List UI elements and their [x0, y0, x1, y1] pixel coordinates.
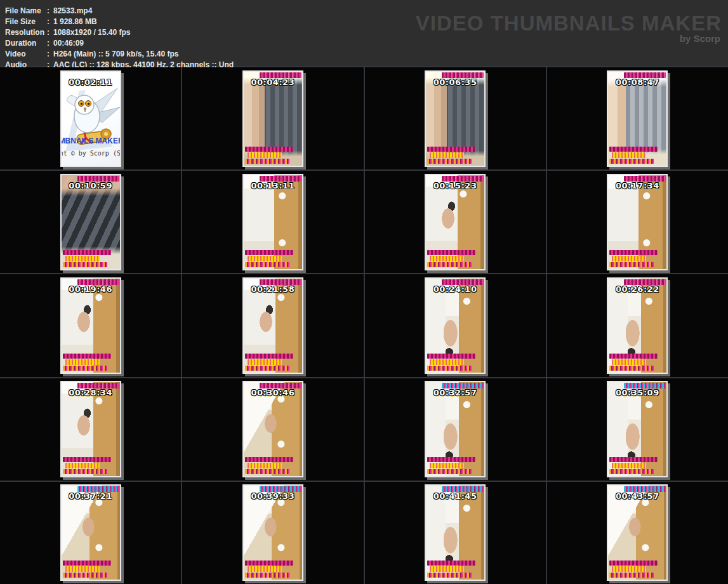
timestamp-overlay: 00:30:46 [244, 388, 302, 397]
timestamp-overlay: 00:35:09 [608, 388, 666, 397]
watermark-line [245, 250, 293, 255]
watermark-block-bottom [427, 456, 475, 474]
thumbnail-cell: MBNAILS MAKER 8 ht © by Scorp (SU 00:02:… [0, 67, 181, 169]
watermark-url-bar [612, 152, 646, 158]
video-thumbnail: 00:30:46 [242, 381, 303, 477]
separator: : [47, 17, 53, 27]
watermark-line [245, 262, 289, 267]
watermark-url-bar [65, 256, 100, 262]
thumbnail-cell: 00:35:09 [547, 378, 728, 481]
watermark-block-bottom [63, 560, 111, 578]
app-title: VIDEO THUMBNAILS MAKER [416, 13, 722, 34]
watermark-line [63, 366, 107, 371]
watermark-line [427, 262, 472, 267]
file-name-row: File Name:82533.mp4 [5, 5, 234, 16]
thumbnail-cell: 00:17:34 [547, 171, 728, 273]
watermark-block-bottom [609, 249, 658, 267]
watermark-url-bar [612, 256, 646, 262]
duration-value: 00:46:09 [53, 39, 84, 48]
separator: : [47, 6, 53, 16]
watermark-line [609, 159, 654, 164]
watermark-block-bottom [63, 249, 111, 267]
watermark-block-bottom [609, 353, 658, 371]
watermark-line [609, 366, 654, 371]
timestamp-overlay: 00:39:33 [244, 491, 302, 501]
video-thumbnail: 00:24:10 [425, 277, 486, 374]
video-codec-label: Video [5, 49, 47, 59]
timestamp-overlay: 00:17:34 [608, 181, 666, 190]
video-thumbnail: 00:08:47 [607, 70, 668, 167]
thumbnail-cell: 00:41:45 [365, 482, 546, 584]
timestamp-overlay: 00:41:45 [426, 491, 484, 501]
watermark-block-bottom [609, 146, 658, 164]
duration-label: Duration [5, 38, 47, 48]
video-thumbnail: 00:32:57 [425, 381, 486, 477]
video-thumbnail: 00:06:35 [425, 70, 486, 167]
watermark-block-bottom [63, 456, 111, 474]
watermark-line [427, 469, 472, 474]
video-thumbnail: 00:04:23 [242, 70, 303, 167]
watermark-line [245, 469, 289, 474]
thumbnail-cell: 00:39:33 [182, 482, 363, 584]
logo-text-main: MBNAILS MAKER [60, 136, 121, 145]
watermark-block-bottom [245, 353, 293, 371]
watermark-block-bottom [609, 456, 658, 474]
video-thumbnail: 00:26:22 [607, 277, 668, 374]
file-size-row: File Size:1 928.86 MB [5, 16, 234, 27]
watermark-line [245, 573, 289, 578]
video-thumbnail: 00:39:33 [242, 484, 303, 581]
watermark-url-bar [430, 566, 464, 572]
watermark-url-bar [612, 463, 646, 468]
watermark-line [63, 457, 111, 462]
thumbnail-grid: MBNAILS MAKER 8 ht © by Scorp (SU 00:02:… [0, 66, 728, 584]
thumbnail-cell: 00:15:23 [365, 171, 546, 273]
watermark-line [609, 262, 654, 267]
file-name-value: 82533.mp4 [53, 6, 92, 15]
timestamp-overlay: 00:10:59 [62, 181, 120, 190]
watermark-block-bottom [427, 353, 475, 371]
thumbnail-cell: 00:30:46 [182, 378, 363, 481]
watermark-block-bottom [427, 249, 475, 267]
watermark-block-bottom [245, 146, 293, 164]
watermark-line [427, 457, 475, 462]
video-thumbnail: 00:19:46 [60, 277, 121, 374]
resolution-row: Resolution:1088x1920 / 15.40 fps [5, 27, 234, 37]
watermark-line [427, 366, 472, 371]
watermark-line [63, 561, 111, 566]
watermark-block-bottom [245, 249, 293, 267]
watermark-url-bar [430, 152, 464, 158]
watermark-line [609, 250, 658, 255]
video-thumbnail: 00:37:21 [60, 484, 121, 581]
watermark-url-bar [430, 359, 464, 365]
file-size-label: File Size [5, 17, 47, 27]
logo-text-line1: MBNAILS MAKER 8 [60, 136, 121, 145]
duration-row: Duration:00:46:09 [5, 37, 234, 48]
watermark-line [609, 561, 658, 566]
timestamp-overlay: 00:37:21 [62, 491, 120, 501]
watermark-line [245, 457, 293, 462]
timestamp-overlay: 00:19:46 [62, 284, 120, 294]
thumbnail-cell: 00:26:22 [547, 274, 728, 376]
logo-copyright-line: ht © by Scorp (SU [60, 150, 121, 157]
timestamp-overlay: 00:28:34 [62, 388, 120, 397]
watermark-line [63, 262, 107, 267]
watermark-url-bar [248, 566, 282, 572]
separator: : [47, 27, 53, 37]
watermark-url-bar [248, 463, 282, 468]
timestamp-overlay: 00:02:11 [62, 77, 120, 87]
watermark-line [609, 469, 654, 474]
watermark-line [63, 573, 107, 578]
watermark-line [245, 147, 293, 152]
resolution-value: 1088x1920 / 15.40 fps [53, 28, 130, 37]
video-codec-value: H264 (Main) :: 5 709 kb/s, 15.40 fps [53, 50, 178, 58]
watermark-line [427, 147, 475, 152]
watermark-line [427, 250, 475, 255]
watermark-url-bar [248, 359, 282, 365]
watermark-block-bottom [63, 353, 111, 371]
timestamp-overlay: 00:08:47 [608, 77, 666, 87]
video-thumbnail: 00:10:59 [60, 174, 121, 270]
thumbnail-cell: 00:21:58 [182, 274, 363, 376]
timestamp-overlay: 00:06:35 [426, 77, 484, 87]
thumbnail-cell: 00:13:11 [182, 171, 363, 273]
watermark-line [427, 573, 472, 578]
